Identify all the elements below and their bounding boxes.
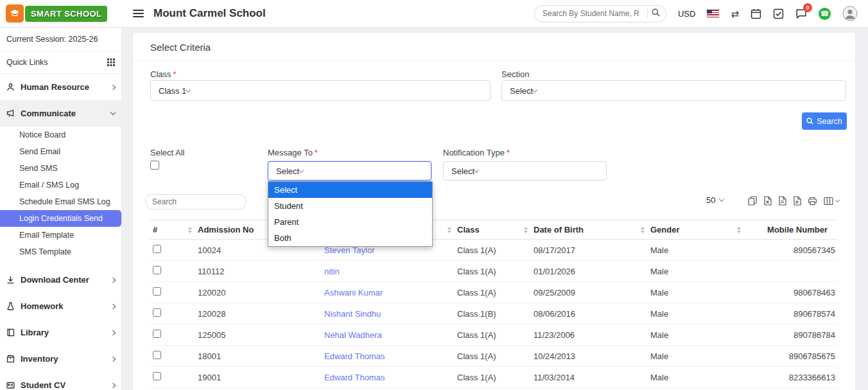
sidebar-item-inventory[interactable]: Inventory (0, 346, 121, 372)
quick-links[interactable]: Quick Links (0, 51, 121, 74)
dropdown-option-select[interactable]: Select (268, 182, 432, 198)
global-search[interactable] (534, 5, 666, 22)
sidebar-item-email-sms-log[interactable]: Email / SMS Log (0, 177, 121, 193)
tasks-icon[interactable] (773, 8, 784, 19)
table-search-input[interactable] (145, 194, 247, 209)
row-checkbox[interactable] (153, 308, 161, 317)
sidebar-item-download-center[interactable]: Download Center (0, 267, 121, 293)
sidebar-item-library[interactable]: Library (0, 319, 121, 346)
sidebar-item-sms-template[interactable]: SMS Template (0, 244, 121, 260)
mobile-cell: 890678574 (744, 303, 838, 324)
notification-type-select[interactable]: Select (443, 161, 607, 181)
column-header-gender[interactable]: Gender (648, 220, 744, 240)
sort-icon (188, 227, 192, 233)
search-icon[interactable] (652, 8, 660, 19)
sidebar-item-schedule-email-sms-log[interactable]: Schedule Email SMS Log (0, 193, 121, 210)
app-logo[interactable]: SMART SCHOOL (0, 4, 122, 22)
class-select-value: Class 1 (159, 86, 186, 96)
search-button[interactable]: Search (802, 112, 847, 130)
admission-no-cell: 120020 (195, 282, 322, 303)
column-header-class[interactable]: Class (455, 220, 531, 240)
chevron-down-icon (474, 167, 479, 172)
switch-arrows-icon[interactable]: ⇄ (731, 9, 739, 19)
row-checkbox[interactable] (153, 330, 161, 338)
student-name-link[interactable]: Edward Thomas (324, 351, 385, 361)
student-name-link[interactable]: Nishant Sindhu (324, 309, 381, 319)
student-name-link[interactable]: Ashwani Kumar (324, 288, 383, 297)
sidebar-item-communicate[interactable]: Communicate (0, 100, 121, 127)
sort-icon (737, 227, 741, 233)
class-select[interactable]: Class 1 (150, 80, 490, 101)
sidebar-item-human-resource[interactable]: Human Resource (0, 74, 121, 100)
column-header-index[interactable]: # (150, 220, 195, 240)
column-header-mobile[interactable]: Mobile Number (744, 220, 838, 240)
row-checkbox[interactable] (153, 351, 161, 359)
search-icon (806, 118, 813, 125)
student-name-link[interactable]: nitin (324, 267, 340, 276)
dob-cell: 08/17/2017 (531, 240, 648, 261)
csv-export-button[interactable] (778, 196, 786, 206)
select-all-checkbox[interactable] (150, 161, 159, 170)
class-cell: Class 1(A) (455, 346, 531, 367)
columns-icon (824, 197, 833, 206)
message-to-select[interactable]: Select (268, 161, 431, 181)
csv-file-icon (778, 196, 786, 206)
gender-cell: Male (648, 346, 744, 367)
id-card-icon (6, 381, 15, 389)
page-size-value: 50 (706, 195, 715, 205)
row-checkbox[interactable] (153, 245, 161, 253)
language-flag-icon[interactable] (707, 10, 719, 17)
chevron-right-icon (110, 382, 116, 387)
sidebar-item-send-email[interactable]: Send Email (0, 143, 121, 160)
chevron-down-icon (835, 197, 840, 202)
quick-links-label: Quick Links (6, 58, 48, 67)
sidebar-item-label: Inventory (21, 354, 58, 364)
student-name-link[interactable]: Edward Thomas (324, 373, 385, 382)
dropdown-option-student[interactable]: Student (268, 198, 432, 214)
student-name-link[interactable]: Nehal Wadhera (324, 330, 382, 340)
sidebar-toggle-icon[interactable] (133, 10, 144, 17)
section-select[interactable]: Select (501, 80, 846, 101)
column-visibility-button[interactable] (824, 197, 839, 206)
whatsapp-icon[interactable]: ☎ (819, 8, 831, 20)
admission-no-cell: 120028 (195, 303, 322, 324)
top-header: SMART SCHOOL Mount Carmel School USD ⇄ 0… (0, 0, 868, 28)
row-checkbox[interactable] (153, 287, 161, 296)
row-checkbox[interactable] (153, 266, 161, 274)
message-to-dropdown: Select Student Parent Both (268, 181, 433, 247)
gender-cell: Male (648, 282, 744, 303)
print-button[interactable] (808, 197, 817, 206)
pdf-export-button[interactable] (793, 196, 801, 206)
user-avatar[interactable] (842, 6, 858, 21)
mobile-cell: 8233366613 (744, 367, 838, 388)
page-size-select[interactable]: 50 (706, 195, 724, 205)
class-label: Class* (150, 69, 177, 79)
sidebar-item-notice-board[interactable]: Notice Board (0, 127, 121, 143)
dropdown-option-parent[interactable]: Parent (268, 214, 432, 230)
dropdown-option-both[interactable]: Both (268, 230, 432, 246)
required-marker: * (315, 148, 318, 157)
chevron-right-icon (110, 84, 116, 89)
mobile-cell (744, 261, 838, 282)
class-cell: Class 1(A) (455, 240, 531, 261)
dob-cell: 10/24/2013 (531, 346, 648, 367)
calendar-icon[interactable] (751, 8, 761, 19)
row-checkbox[interactable] (153, 372, 161, 380)
column-header-dob[interactable]: Date of Birth (531, 220, 648, 240)
divider (647, 9, 648, 18)
currency-selector[interactable]: USD (678, 9, 695, 19)
chevron-down-icon (299, 167, 304, 172)
sidebar-item-login-credentials-send[interactable]: Login Credentials Send (0, 210, 121, 227)
sidebar-item-email-template[interactable]: Email Template (0, 227, 121, 244)
excel-icon (763, 196, 772, 206)
copy-button[interactable] (748, 196, 757, 206)
table-row: 125005 Nehal Wadhera Class 1(A) 11/23/20… (150, 324, 838, 346)
global-search-input[interactable] (542, 9, 643, 18)
excel-export-button[interactable] (763, 196, 772, 206)
sidebar-item-label: Library (21, 328, 49, 337)
chat-icon[interactable]: 0 (795, 8, 807, 19)
print-icon (808, 197, 817, 206)
sidebar-item-student-cv[interactable]: Student CV (0, 372, 121, 390)
sidebar-item-send-sms[interactable]: Send SMS (0, 160, 121, 177)
sidebar-item-homework[interactable]: Homework (0, 293, 121, 319)
